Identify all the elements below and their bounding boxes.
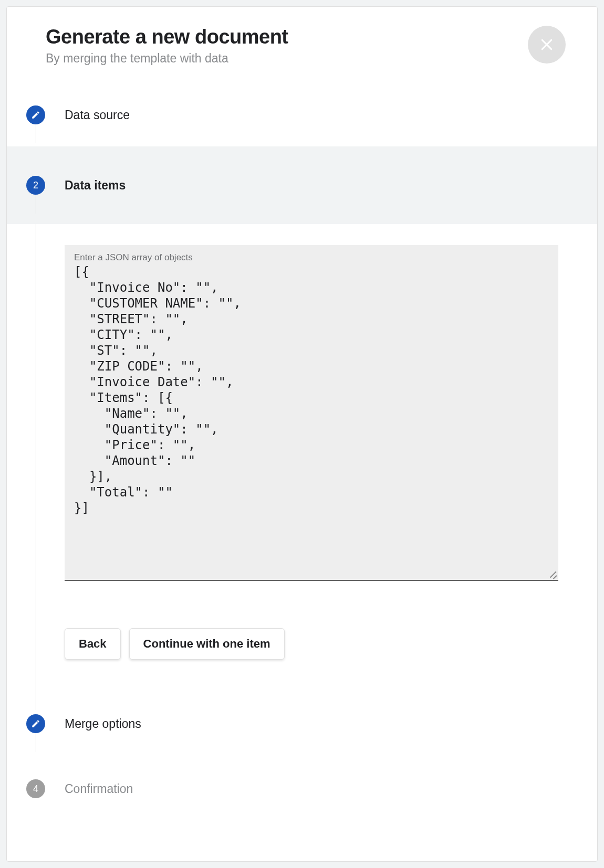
json-input-label: Enter a JSON array of objects — [74, 252, 549, 263]
pencil-icon — [31, 719, 40, 728]
back-button[interactable]: Back — [65, 628, 121, 660]
pencil-icon — [31, 110, 40, 120]
step-data-items-content: Enter a JSON array of objects [{ "Invoic… — [7, 224, 597, 691]
generate-document-dialog: Generate a new document By merging the t… — [6, 6, 598, 862]
step-indicator-edit — [26, 714, 45, 733]
close-button[interactable] — [528, 26, 566, 63]
json-input-value: [{ "Invoice No": "", "CUSTOMER NAME": ""… — [74, 264, 549, 516]
button-row: Back Continue with one item — [65, 628, 576, 660]
step-data-items: 2 Data items — [7, 146, 597, 224]
step-confirmation: 4 Confirmation — [7, 764, 597, 819]
step-merge-options[interactable]: Merge options — [7, 691, 597, 764]
step-data-source[interactable]: Data source — [7, 80, 597, 146]
step-indicator-number: 2 — [26, 176, 45, 195]
step-label: Data items — [65, 176, 576, 195]
step-label: Merge options — [65, 714, 576, 733]
close-icon — [539, 37, 555, 52]
step-label: Confirmation — [65, 779, 576, 798]
dialog-subtitle: By merging the template with data — [46, 51, 288, 66]
json-input[interactable]: Enter a JSON array of objects [{ "Invoic… — [65, 245, 558, 581]
stepper: Data source 2 Data items Enter a JSON ar… — [7, 80, 597, 819]
dialog-header: Generate a new document By merging the t… — [7, 7, 597, 80]
resize-handle-icon[interactable] — [547, 568, 556, 578]
continue-button[interactable]: Continue with one item — [129, 628, 285, 660]
step-indicator-edit — [26, 105, 45, 124]
step-label: Data source — [65, 105, 576, 124]
dialog-title: Generate a new document — [46, 26, 288, 48]
step-indicator-number: 4 — [26, 779, 45, 798]
